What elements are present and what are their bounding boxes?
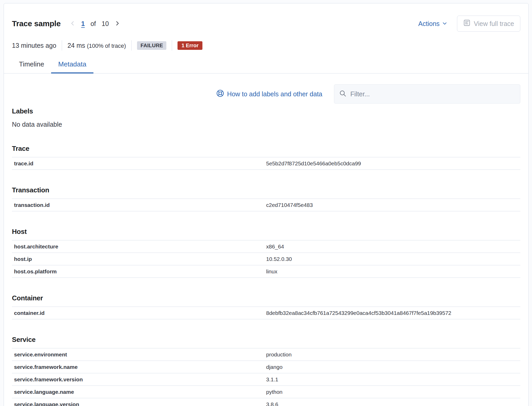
view-full-trace-button[interactable]: View full trace (457, 16, 520, 32)
metadata-value: python (266, 389, 521, 395)
search-icon (339, 90, 346, 98)
chevron-left-icon (70, 21, 76, 27)
metadata-row: container.id 8debfb32ea8ac34cfb761a72543… (12, 307, 520, 319)
pagination-of-label: of (91, 20, 96, 28)
tab-timeline[interactable]: Timeline (12, 60, 51, 73)
metadata-section: Container container.id 8debfb32ea8ac34cf… (12, 294, 520, 319)
metadata-value: production (266, 351, 521, 358)
metadata-value: x86_64 (266, 243, 521, 250)
metadata-value: 5e5b2d7f8725d10e5466a0eb5c0dca99 (266, 160, 521, 167)
metadata-table: service.environment production service.f… (12, 348, 520, 406)
metadata-value: 3.8.6 (266, 401, 521, 406)
section-title: Trace (12, 145, 520, 153)
duration-percent: (100% of trace) (87, 43, 126, 49)
metadata-key: transaction.id (12, 202, 266, 208)
divider (62, 40, 62, 51)
metadata-table: container.id 8debfb32ea8ac34cfb761a72543… (12, 307, 520, 319)
actions-label: Actions (418, 20, 440, 28)
metadata-key: trace.id (12, 160, 266, 167)
prev-trace-button[interactable] (70, 21, 76, 27)
metadata-section: Labels No data available (12, 107, 520, 128)
filter-input[interactable] (350, 90, 515, 98)
divider (131, 40, 132, 51)
metadata-row: service.framework.version 3.1.1 (12, 373, 520, 386)
section-title: Container (12, 294, 520, 302)
error-count-badge[interactable]: 1 Error (178, 41, 202, 50)
tab-label: Metadata (58, 60, 86, 68)
metadata-row: service.environment production (12, 348, 520, 361)
filter-field (334, 84, 520, 104)
metadata-value: 8debfb32ea8ac34cfb761a72543299e0aca4cf53… (266, 310, 521, 316)
actions-menu-button[interactable]: Actions (418, 20, 447, 28)
metadata-section: Host host.architecture x86_64 host.ip 10… (12, 228, 520, 278)
view-full-trace-label: View full trace (474, 20, 514, 28)
tab-label: Timeline (19, 60, 44, 68)
panel-header: Trace sample 1 of 10 Actions (4, 16, 528, 32)
lifebuoy-help-icon (216, 89, 224, 99)
trace-summary-bar: 13 minutes ago 24 ms (100% of trace) FAI… (4, 40, 528, 51)
empty-message: No data available (12, 121, 520, 128)
metadata-key: service.environment (12, 351, 266, 358)
divider (172, 40, 172, 51)
metadata-key: service.language.name (12, 389, 266, 395)
chevron-right-icon (114, 21, 120, 27)
current-page-link[interactable]: 1 (81, 20, 85, 28)
metadata-row: transaction.id c2ed710474f5e483 (12, 199, 520, 211)
pagination-total: 10 (102, 20, 109, 28)
section-title: Service (12, 336, 520, 344)
section-title: Labels (12, 107, 520, 115)
help-link[interactable]: How to add labels and other data (216, 89, 322, 99)
metadata-row: host.ip 10.52.0.30 (12, 253, 520, 265)
metadata-row: service.framework.name django (12, 361, 520, 373)
page-title: Trace sample (12, 19, 61, 28)
trace-pagination: 1 of 10 (67, 20, 123, 28)
trace-duration: 24 ms (100% of trace) (67, 42, 126, 49)
section-title: Transaction (12, 186, 520, 194)
metadata-key: host.ip (12, 256, 266, 262)
metadata-row: host.architecture x86_64 (12, 240, 520, 253)
result-status-badge: FAILURE (137, 41, 166, 50)
metadata-sections: Labels No data available Trace trace.id … (12, 107, 520, 406)
metadata-table: host.architecture x86_64 host.ip 10.52.0… (12, 240, 520, 278)
metadata-row: service.language.version 3.8.6 (12, 398, 520, 406)
trace-document-icon (463, 19, 470, 28)
metadata-value: c2ed710474f5e483 (266, 202, 521, 208)
section-title: Host (12, 228, 520, 236)
metadata-table: transaction.id c2ed710474f5e483 (12, 199, 520, 211)
metadata-key: service.language.version (12, 401, 266, 406)
tabs: TimelineMetadata (4, 60, 528, 73)
metadata-row: host.os.platform linux (12, 265, 520, 278)
metadata-key: container.id (12, 310, 266, 316)
chevron-down-icon (442, 20, 447, 28)
trace-sample-panel: Trace sample 1 of 10 Actions (4, 3, 529, 406)
metadata-value: linux (266, 268, 521, 275)
metadata-key: host.architecture (12, 243, 266, 250)
metadata-toolbar: How to add labels and other data (12, 84, 520, 104)
metadata-value: 10.52.0.30 (266, 256, 521, 262)
metadata-value: django (266, 364, 521, 370)
metadata-section: Trace trace.id 5e5b2d7f8725d10e5466a0eb5… (12, 145, 520, 170)
metadata-section: Service service.environment production s… (12, 336, 520, 406)
help-link-label: How to add labels and other data (227, 90, 322, 98)
metadata-table: trace.id 5e5b2d7f8725d10e5466a0eb5c0dca9… (12, 157, 520, 170)
duration-value: 24 ms (67, 42, 85, 49)
tab-metadata[interactable]: Metadata (51, 60, 93, 73)
metadata-value: 3.1.1 (266, 376, 521, 383)
next-trace-button[interactable] (114, 21, 120, 27)
metadata-row: service.language.name python (12, 386, 520, 398)
metadata-section: Transaction transaction.id c2ed710474f5e… (12, 186, 520, 211)
metadata-key: host.os.platform (12, 268, 266, 275)
metadata-key: service.framework.name (12, 364, 266, 370)
metadata-key: service.framework.version (12, 376, 266, 383)
trace-timestamp: 13 minutes ago (12, 42, 56, 49)
metadata-row: trace.id 5e5b2d7f8725d10e5466a0eb5c0dca9… (12, 157, 520, 170)
